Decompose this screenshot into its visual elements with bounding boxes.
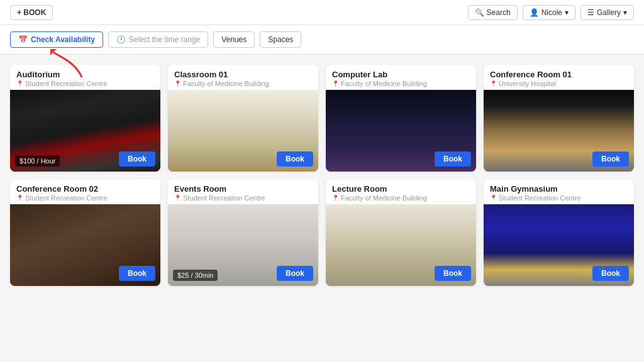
venue-name: Conference Room 01 (490, 70, 628, 79)
chevron-down-icon: ▾ (565, 8, 569, 17)
venue-image-wrap: Book (484, 90, 634, 172)
venue-name: Computer Lab (332, 70, 470, 79)
venue-name: Events Room (174, 184, 312, 194)
venue-location: 📍 Student Recreation Centre (16, 194, 154, 202)
card-info-events-room: Events Room 📍 Student Recreation Centre (168, 179, 318, 204)
book-venue-button[interactable]: Book (277, 151, 313, 167)
venue-image-wrap: Book (168, 90, 318, 172)
venue-image-wrap: $25 / 30min Book (168, 204, 318, 286)
venue-image-wrap: Book (10, 204, 160, 286)
book-venue-button[interactable]: Book (435, 151, 471, 167)
gallery-icon: ☰ (587, 8, 594, 17)
venue-location: 📍 Student Recreation Centre (490, 194, 628, 202)
book-venue-button[interactable]: Book (592, 151, 629, 167)
card-info-conference-room-01: Conference Room 01 📍 University Hospital (484, 65, 634, 90)
header-left: + BOOK (10, 5, 53, 20)
location-pin-icon: 📍 (332, 195, 339, 201)
location-pin-icon: 📍 (490, 195, 497, 201)
spaces-filter-button[interactable]: Spaces (260, 31, 301, 48)
venue-location: 📍 Student Recreation Centre (174, 194, 312, 202)
book-venue-button[interactable]: Book (119, 266, 155, 281)
venue-card-classroom-01: Classroom 01 📍 Faculty of Medicine Build… (168, 65, 318, 172)
book-venue-button[interactable]: Book (119, 151, 155, 167)
venue-card-auditorium: Auditorium 📍 Student Recreation Centre $… (10, 65, 160, 172)
book-button[interactable]: + BOOK (10, 5, 53, 20)
header-right: 🔍 Search 👤 Nicole ▾ ☰ Gallery ▾ (468, 5, 634, 20)
location-pin-icon: 📍 (174, 195, 181, 201)
card-info-main-gymnasium: Main Gymnasium 📍 Student Recreation Cent… (484, 179, 634, 204)
arrow-indicator (50, 49, 88, 80)
main-content: Auditorium 📍 Student Recreation Centre $… (0, 55, 644, 296)
check-availability-button[interactable]: 📅 Check Availability (10, 31, 103, 48)
venue-card-conference-room-01: Conference Room 01 📍 University Hospital… (484, 65, 634, 172)
header: + BOOK 🔍 Search 👤 Nicole ▾ ☰ Gallery ▾ (0, 0, 644, 25)
chevron-down-icon-gallery: ▾ (623, 8, 627, 17)
venue-card-main-gymnasium: Main Gymnasium 📍 Student Recreation Cent… (484, 179, 634, 286)
venue-card-events-room: Events Room 📍 Student Recreation Centre … (168, 179, 318, 286)
price-badge: $25 / 30min (173, 270, 218, 281)
card-info-classroom-01: Classroom 01 📍 Faculty of Medicine Build… (168, 65, 318, 90)
venue-card-conference-room-02: Conference Room 02 📍 Student Recreation … (10, 179, 160, 286)
venue-location: 📍 University Hospital (490, 80, 628, 87)
price-badge: $100 / Hour (15, 155, 60, 167)
venues-grid: Auditorium 📍 Student Recreation Centre $… (10, 65, 634, 286)
venue-location: 📍 Faculty of Medicine Building (174, 80, 312, 87)
check-availability-label: Check Availability (31, 35, 95, 44)
venue-name: Conference Room 02 (16, 184, 154, 194)
clock-icon: 🕐 (116, 35, 126, 44)
venue-name: Classroom 01 (174, 70, 312, 79)
venue-image-wrap: Book (484, 204, 634, 286)
venues-filter-button[interactable]: Venues (213, 31, 255, 48)
location-pin-icon: 📍 (490, 80, 497, 87)
search-icon: 🔍 (475, 8, 484, 17)
venue-location: 📍 Student Recreation Centre (16, 80, 154, 87)
calendar-icon: 📅 (18, 35, 28, 44)
search-label: Search (487, 8, 511, 17)
venue-image-wrap: Book (326, 90, 476, 172)
location-pin-icon: 📍 (16, 195, 23, 201)
card-info-computer-lab: Computer Lab 📍 Faculty of Medicine Build… (326, 65, 476, 90)
search-button[interactable]: 🔍 Search (468, 5, 518, 20)
card-info-lecture-room: Lecture Room 📍 Faculty of Medicine Build… (326, 179, 476, 204)
book-venue-button[interactable]: Book (592, 266, 629, 281)
location-pin-icon: 📍 (332, 80, 339, 87)
venue-name: Lecture Room (332, 184, 470, 194)
venue-location: 📍 Faculty of Medicine Building (332, 194, 470, 202)
time-range-label: Select the time range (129, 35, 200, 44)
venue-image-wrap: $100 / Hour Book (10, 90, 160, 172)
venue-name: Main Gymnasium (490, 184, 628, 194)
venue-image-wrap: Book (326, 204, 476, 286)
user-menu-button[interactable]: 👤 Nicole ▾ (523, 5, 575, 20)
time-range-button[interactable]: 🕐 Select the time range (108, 31, 208, 48)
location-pin-icon: 📍 (16, 80, 23, 87)
toolbar: 📅 Check Availability 🕐 Select the time r… (0, 25, 644, 55)
gallery-button[interactable]: ☰ Gallery ▾ (580, 5, 634, 20)
gallery-label: Gallery (597, 8, 621, 17)
book-venue-button[interactable]: Book (277, 266, 313, 281)
book-venue-button[interactable]: Book (435, 266, 471, 281)
location-pin-icon: 📍 (174, 80, 181, 87)
venue-card-computer-lab: Computer Lab 📍 Faculty of Medicine Build… (326, 65, 476, 172)
venue-card-lecture-room: Lecture Room 📍 Faculty of Medicine Build… (326, 179, 476, 286)
user-icon: 👤 (530, 8, 539, 17)
user-name-label: Nicole (541, 8, 562, 17)
venue-location: 📍 Faculty of Medicine Building (332, 80, 470, 87)
card-info-conference-room-02: Conference Room 02 📍 Student Recreation … (10, 179, 160, 204)
